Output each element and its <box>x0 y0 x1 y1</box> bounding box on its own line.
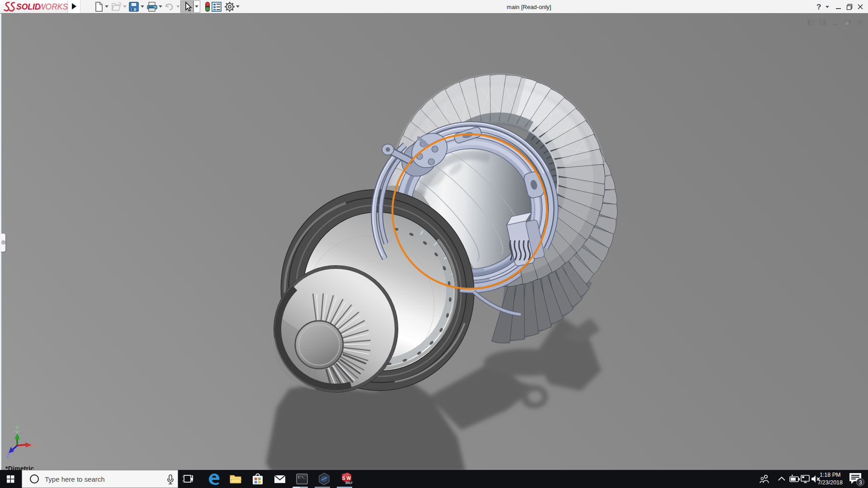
svg-text:WORKS: WORKS <box>38 2 68 11</box>
svg-text:X: X <box>33 443 36 449</box>
svg-text:S W: S W <box>342 476 351 481</box>
svg-text:Z: Z <box>6 453 9 459</box>
svg-text:2017: 2017 <box>345 481 353 484</box>
svg-text:Y: Y <box>15 425 19 431</box>
svg-text:SOLID: SOLID <box>16 2 41 11</box>
svg-text:C:\_: C:\_ <box>298 476 306 479</box>
svg-text:3: 3 <box>859 479 862 486</box>
